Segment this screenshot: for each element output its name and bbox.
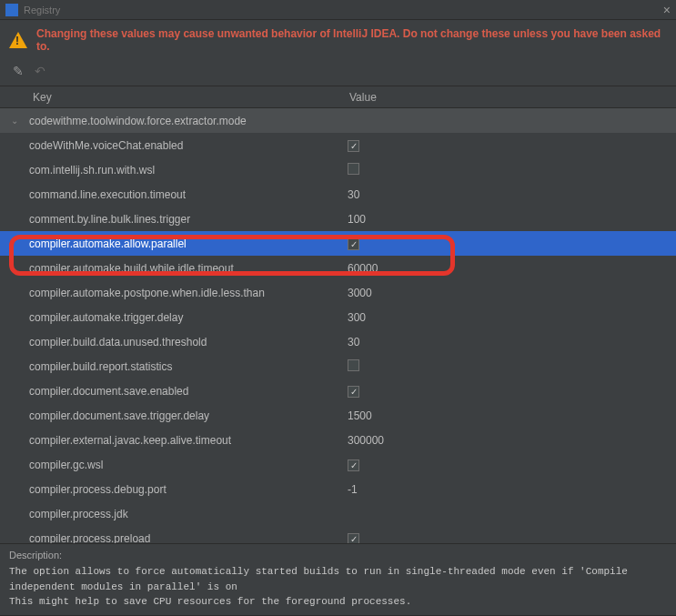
warning-banner: Changing these values may cause unwanted… bbox=[0, 20, 676, 60]
table-row[interactable]: compiler.document.save.trigger.delay1500 bbox=[0, 403, 676, 428]
titlebar: Registry × bbox=[0, 0, 676, 20]
registry-value[interactable] bbox=[348, 385, 676, 398]
registry-key: compiler.automake.allow.parallel bbox=[24, 237, 348, 250]
table-header: Key Value bbox=[0, 86, 676, 108]
registry-key: com.intellij.sh.run.with.wsl bbox=[24, 164, 348, 177]
column-value[interactable]: Value bbox=[346, 91, 676, 104]
checkbox[interactable] bbox=[348, 238, 359, 250]
edit-icon[interactable]: ✎ bbox=[13, 64, 24, 78]
registry-key: compiler.automake.build.while.idle.timeo… bbox=[24, 262, 348, 275]
checkbox[interactable] bbox=[348, 533, 359, 544]
registry-key: command.line.execution.timeout bbox=[24, 188, 348, 201]
app-icon bbox=[5, 4, 18, 16]
registry-value[interactable] bbox=[348, 532, 676, 544]
registry-value[interactable]: -1 bbox=[348, 483, 676, 496]
registry-key: compiler.build.report.statistics bbox=[24, 360, 348, 373]
registry-value[interactable] bbox=[348, 237, 676, 250]
description-body: The option allows to force automatically… bbox=[9, 564, 667, 610]
table-row[interactable]: compiler.gc.wsl bbox=[0, 452, 676, 477]
close-icon[interactable]: × bbox=[663, 3, 671, 17]
registry-key: compiler.process.debug.port bbox=[24, 483, 348, 496]
registry-key: compiler.process.preload bbox=[24, 532, 348, 544]
table-row[interactable]: compiler.external.javac.keep.alive.timeo… bbox=[0, 428, 676, 452]
table-row[interactable]: compiler.automake.postpone.when.idle.les… bbox=[0, 280, 676, 305]
table-row[interactable]: comment.by.line.bulk.lines.trigger100 bbox=[0, 207, 676, 231]
registry-value[interactable]: 300 bbox=[348, 311, 676, 324]
registry-key: codewithme.toolwindow.force.extractor.mo… bbox=[24, 115, 348, 127]
column-key[interactable]: Key bbox=[0, 91, 346, 104]
registry-key: comment.by.line.bulk.lines.trigger bbox=[24, 213, 348, 226]
table-row[interactable]: compiler.process.debug.port-1 bbox=[0, 477, 676, 501]
registry-key: compiler.document.save.trigger.delay bbox=[24, 409, 348, 422]
description-label: Description: bbox=[9, 550, 667, 560]
checkbox[interactable] bbox=[348, 163, 359, 175]
registry-value[interactable] bbox=[348, 139, 676, 152]
registry-value[interactable] bbox=[348, 459, 676, 471]
registry-value[interactable] bbox=[348, 163, 676, 177]
table-row[interactable]: compiler.document.save.enabled bbox=[0, 379, 676, 403]
registry-value[interactable]: 1500 bbox=[348, 409, 676, 422]
table-row[interactable]: command.line.execution.timeout30 bbox=[0, 182, 676, 207]
table-body[interactable]: ⌄ codewithme.toolwindow.force.extractor.… bbox=[0, 108, 676, 543]
table-row[interactable]: compiler.automake.build.while.idle.timeo… bbox=[0, 256, 676, 280]
registry-value[interactable]: 30 bbox=[348, 188, 676, 201]
registry-key: compiler.gc.wsl bbox=[24, 459, 348, 471]
checkbox[interactable] bbox=[348, 359, 359, 371]
checkbox[interactable] bbox=[348, 140, 359, 152]
table-row[interactable]: codeWithMe.voiceChat.enabled bbox=[0, 133, 676, 157]
modified-section-row[interactable]: ⌄ codewithme.toolwindow.force.extractor.… bbox=[0, 108, 676, 133]
registry-value[interactable] bbox=[348, 359, 676, 374]
checkbox[interactable] bbox=[348, 386, 359, 398]
toolbar: ✎ ↶ bbox=[0, 60, 676, 86]
registry-key: compiler.build.data.unused.threshold bbox=[24, 336, 348, 348]
description-panel: Description: The option allows to force … bbox=[0, 544, 676, 615]
registry-key: compiler.automake.trigger.delay bbox=[24, 311, 348, 324]
registry-key: codeWithMe.voiceChat.enabled bbox=[24, 139, 348, 152]
warning-text: Changing these values may cause unwanted… bbox=[36, 27, 667, 53]
warning-icon bbox=[9, 32, 27, 48]
table-row[interactable]: compiler.build.report.statistics bbox=[0, 354, 676, 379]
registry-value[interactable]: 100 bbox=[348, 213, 676, 226]
registry-key: compiler.process.jdk bbox=[24, 508, 348, 520]
registry-value[interactable]: 30 bbox=[348, 336, 676, 348]
registry-value[interactable]: 60000 bbox=[348, 262, 676, 275]
registry-key: compiler.external.javac.keep.alive.timeo… bbox=[24, 434, 348, 447]
checkbox[interactable] bbox=[348, 459, 359, 471]
table-row[interactable]: compiler.process.preload bbox=[0, 526, 676, 543]
table-row[interactable]: compiler.automake.allow.parallel bbox=[0, 231, 676, 256]
registry-table: Key Value ⌄ codewithme.toolwindow.force.… bbox=[0, 86, 676, 544]
registry-key: compiler.document.save.enabled bbox=[24, 385, 348, 398]
chevron-down-icon: ⌄ bbox=[11, 116, 24, 126]
window-title: Registry bbox=[24, 5, 663, 15]
table-row[interactable]: compiler.automake.trigger.delay300 bbox=[0, 305, 676, 329]
registry-key: compiler.automake.postpone.when.idle.les… bbox=[24, 287, 348, 299]
table-row[interactable]: compiler.process.jdk bbox=[0, 501, 676, 526]
table-row[interactable]: compiler.build.data.unused.threshold30 bbox=[0, 329, 676, 354]
undo-icon[interactable]: ↶ bbox=[35, 64, 45, 78]
table-row[interactable]: com.intellij.sh.run.with.wsl bbox=[0, 157, 676, 182]
registry-value[interactable]: 3000 bbox=[348, 287, 676, 299]
registry-value[interactable]: 300000 bbox=[348, 434, 676, 447]
